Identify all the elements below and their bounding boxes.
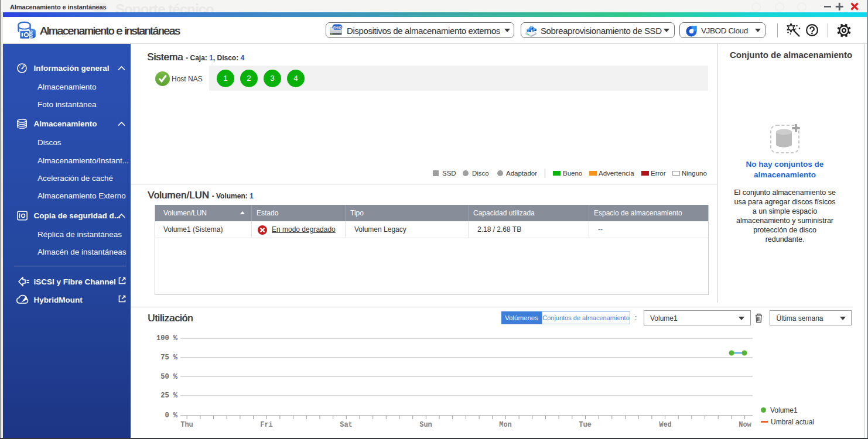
svg-text:RAID: RAID — [333, 26, 342, 29]
